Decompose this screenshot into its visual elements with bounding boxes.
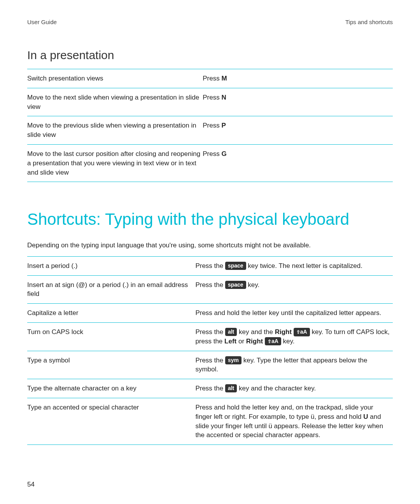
action-cell: Type the alternate character on a key: [27, 379, 195, 398]
section1-heading: In a presentation: [27, 49, 393, 62]
keycap-icon: alt: [225, 384, 237, 392]
typing-shortcuts-table: Insert a period (.)Press the space key t…: [27, 256, 393, 445]
action-cell: Type a symbol: [27, 351, 195, 379]
presentation-shortcuts-table: Switch presentation viewsPress MMove to …: [27, 69, 393, 182]
header-right: Tips and shortcuts: [345, 19, 393, 25]
shortcut-key: M: [221, 75, 227, 82]
table-row: Move to the previous slide when viewing …: [27, 116, 393, 145]
table-row: Type an accented or special characterPre…: [27, 398, 393, 445]
table-row: Type a symbolPress the sym key. Type the…: [27, 351, 393, 379]
keycap-icon: space: [225, 281, 246, 289]
bold-text: Right: [275, 328, 292, 336]
page-header: User Guide Tips and shortcuts: [27, 19, 393, 25]
shortcut-cell: Press G: [203, 144, 393, 182]
shortcut-cell: Press N: [203, 88, 393, 116]
action-cell: Capitalize a letter: [27, 304, 195, 323]
table-row: Move to the next slide when viewing a pr…: [27, 88, 393, 116]
action-cell: Switch presentation views: [27, 69, 203, 88]
action-cell: Insert an at sign (@) or a period (.) in…: [27, 275, 195, 304]
page-number: 54: [27, 481, 35, 488]
shortcut-cell: Press P: [203, 116, 393, 145]
action-cell: Type an accented or special character: [27, 398, 195, 445]
document-page: User Guide Tips and shortcuts In a prese…: [0, 0, 420, 504]
action-cell: Insert a period (.): [27, 256, 195, 275]
shortcut-cell: Press the space key twice. The next lett…: [195, 256, 393, 275]
shortcut-cell: Press the space key.: [195, 275, 393, 304]
shift-key-icon: ⇧aA: [265, 337, 281, 346]
keycap-icon: space: [225, 262, 246, 270]
keycap-icon: sym: [225, 356, 242, 364]
shortcut-key: N: [221, 94, 226, 101]
shortcut-key: P: [221, 122, 226, 129]
shift-key-icon: ⇧aA: [294, 328, 310, 336]
shortcut-cell: Press the alt key and the character key.: [195, 379, 393, 398]
action-cell: Move to the last cursor position after c…: [27, 144, 203, 182]
shortcut-cell: Press M: [203, 69, 393, 88]
bold-text: Left: [224, 338, 236, 345]
shortcut-cell: Press the alt key and the Right ⇧aA key.…: [195, 323, 393, 351]
table-row: Insert a period (.)Press the space key t…: [27, 256, 393, 275]
header-left: User Guide: [27, 19, 57, 25]
table-row: Capitalize a letterPress and hold the le…: [27, 304, 393, 323]
bold-text: Right: [246, 338, 263, 345]
shortcut-key: G: [221, 150, 226, 158]
shortcut-cell: Press and hold the letter key until the …: [195, 304, 393, 323]
shortcut-cell: Press and hold the letter key and, on th…: [195, 398, 393, 445]
table-row: Switch presentation viewsPress M: [27, 69, 393, 88]
table-row: Insert an at sign (@) or a period (.) in…: [27, 275, 393, 304]
table-row: Turn on CAPS lockPress the alt key and t…: [27, 323, 393, 351]
action-cell: Move to the next slide when viewing a pr…: [27, 88, 203, 116]
action-cell: Move to the previous slide when viewing …: [27, 116, 203, 145]
keycap-icon: alt: [225, 328, 237, 336]
table-row: Move to the last cursor position after c…: [27, 144, 393, 182]
section2-heading: Shortcuts: Typing with the physical keyb…: [27, 209, 393, 230]
table-row: Type the alternate character on a keyPre…: [27, 379, 393, 398]
bold-text: U: [363, 413, 368, 420]
shortcut-cell: Press the sym key. Type the letter that …: [195, 351, 393, 379]
action-cell: Turn on CAPS lock: [27, 323, 195, 351]
section2-intro: Depending on the typing input language t…: [27, 242, 393, 249]
